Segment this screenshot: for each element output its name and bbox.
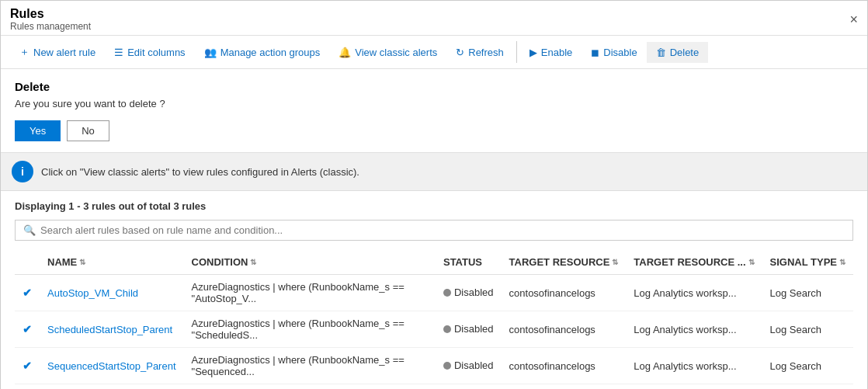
rules-table: NAME ⇅ CONDITION ⇅ STATUS [15,250,853,384]
plus-icon: ＋ [19,45,30,59]
search-input[interactable] [40,224,845,236]
th-status: STATUS [436,250,502,275]
status-label-1: Disabled [454,323,494,335]
yes-button[interactable]: Yes [15,120,61,141]
view-classic-alerts-button[interactable]: 🔔 View classic alerts [329,42,446,63]
status-dot-0 [443,289,451,297]
rule-name-link-1[interactable]: ScheduledStartStop_Parent [47,324,172,335]
new-alert-rule-label: New alert rule [33,47,95,58]
people-icon: 👥 [204,47,217,58]
search-icon: 🔍 [23,224,36,236]
row-signal-1: Log Search [762,311,853,348]
th-target-resource: TARGET RESOURCE ⇅ [502,250,627,275]
refresh-button[interactable]: ↻ Refresh [446,42,513,63]
row-check-0: ✔ [15,275,40,311]
delete-button[interactable]: 🗑 Delete [647,42,709,63]
status-label-2: Disabled [454,359,494,371]
stop-icon: ◼ [591,47,599,58]
status-label-0: Disabled [454,287,494,298]
sort-type-icon: ⇅ [748,258,755,266]
columns-icon: ☰ [114,47,123,58]
disable-label: Disable [603,47,637,58]
info-bar: i Click on "View classic alerts" to view… [1,153,867,191]
manage-action-groups-button[interactable]: 👥 Manage action groups [195,42,330,63]
row-name-2: SequencedStartStop_Parent [40,348,184,384]
bell-icon: 🔔 [339,47,351,58]
row-check-1: ✔ [15,311,40,348]
row-target-type-0: Log Analytics worksp... [626,275,762,311]
edit-columns-button[interactable]: ☰ Edit columns [105,42,194,63]
delete-message: Are you sure you want to delete ? [15,98,853,109]
info-icon: i [12,161,33,182]
row-name-1: ScheduledStartStop_Parent [40,311,184,348]
main-content: Displaying 1 - 3 rules out of total 3 ru… [1,191,867,389]
checkmark-icon-1: ✔ [23,323,32,335]
rule-name-link-2[interactable]: SequencedStartStop_Parent [47,360,176,372]
table-row: ✔ AutoStop_VM_Child AzureDiagnostics | w… [15,275,853,311]
new-alert-rule-button[interactable]: ＋ New alert rule [10,40,105,64]
rules-window: Rules Rules management × ＋ New alert rul… [0,0,868,389]
display-count: Displaying 1 - 3 rules out of total 3 ru… [15,200,853,212]
row-target-type-1: Log Analytics worksp... [626,311,762,348]
play-icon: ▶ [529,47,537,58]
row-name-0: AutoStop_VM_Child [40,275,184,311]
enable-label: Enable [541,47,572,58]
row-condition-2: AzureDiagnostics | where (RunbookName_s … [184,348,436,384]
delete-title: Delete [15,80,853,93]
close-button[interactable]: × [849,12,858,28]
checkmark-icon-0: ✔ [23,287,32,299]
toolbar: ＋ New alert rule ☰ Edit columns 👥 Manage… [1,36,867,69]
sort-name-icon: ⇅ [79,258,85,266]
delete-dialog: Delete Are you sure you want to delete ?… [1,69,867,153]
row-status-2: Disabled [436,348,502,384]
row-target-0: contosofinancelogs [502,275,627,311]
title-bar: Rules Rules management × [1,1,867,36]
row-status-0: Disabled [436,275,502,311]
th-signal-type: SIGNAL TYPE ⇅ [762,250,853,275]
toolbar-divider [516,41,517,63]
sort-condition-icon: ⇅ [250,258,256,266]
row-condition-1: AzureDiagnostics | where (RunbookName_s … [184,311,436,348]
row-target-1: contosofinancelogs [502,311,627,348]
trash-icon: 🗑 [656,47,666,58]
th-check [15,250,40,275]
disable-button[interactable]: ◼ Disable [582,42,646,63]
delete-actions: Yes No [15,120,853,141]
row-status-1: Disabled [436,311,502,348]
no-button[interactable]: No [67,120,109,141]
th-target-resource-type: TARGET RESOURCE ... ⇅ [626,250,762,275]
row-signal-2: Log Search [762,348,853,384]
info-text: Click on "View classic alerts" to view r… [41,166,359,178]
table-row: ✔ ScheduledStartStop_Parent AzureDiagnos… [15,311,853,348]
table-row: ✔ SequencedStartStop_Parent AzureDiagnos… [15,348,853,384]
view-classic-alerts-label: View classic alerts [355,47,437,58]
row-check-2: ✔ [15,348,40,384]
sort-signal-icon: ⇅ [839,258,845,266]
search-bar[interactable]: 🔍 [15,220,853,241]
row-target-type-2: Log Analytics worksp... [626,348,762,384]
title-section: Rules Rules management [10,7,91,32]
row-condition-0: AzureDiagnostics | where (RunbookName_s … [184,275,436,311]
manage-action-groups-label: Manage action groups [220,47,321,58]
rule-name-link-0[interactable]: AutoStop_VM_Child [47,287,138,299]
sort-target-icon: ⇅ [612,258,618,266]
table-body: ✔ AutoStop_VM_Child AzureDiagnostics | w… [15,275,853,384]
delete-label: Delete [670,47,700,58]
refresh-icon: ↻ [456,47,464,58]
table-header: NAME ⇅ CONDITION ⇅ STATUS [15,250,853,275]
window-title: Rules [10,7,91,21]
checkmark-icon-2: ✔ [23,359,32,372]
window-subtitle: Rules management [10,21,91,32]
edit-columns-label: Edit columns [127,47,185,58]
refresh-label: Refresh [468,47,504,58]
enable-button[interactable]: ▶ Enable [520,42,582,63]
th-name: NAME ⇅ [40,250,184,275]
status-dot-2 [443,362,451,370]
row-target-2: contosofinancelogs [502,348,627,384]
status-dot-1 [443,325,451,333]
row-signal-0: Log Search [762,275,853,311]
th-condition: CONDITION ⇅ [184,250,436,275]
